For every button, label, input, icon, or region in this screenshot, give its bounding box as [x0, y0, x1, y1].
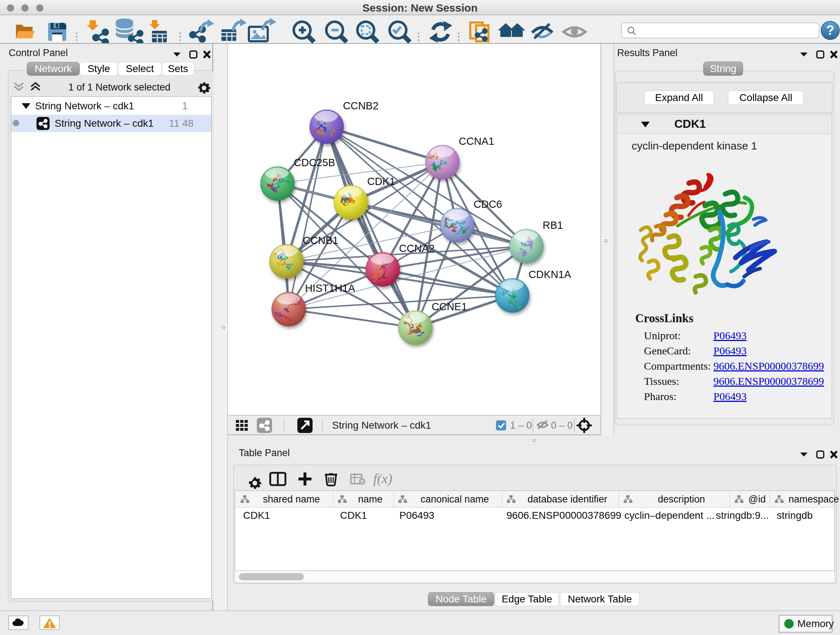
svg-text:CCNB1: CCNB1 — [303, 234, 338, 246]
svg-text:CDC25B: CDC25B — [294, 157, 335, 168]
svg-text:CCNA1: CCNA1 — [459, 135, 494, 147]
svg-text:RB1: RB1 — [543, 219, 563, 231]
svg-text:1 – 0: 1 – 0 — [510, 420, 532, 431]
svg-text:CDC6: CDC6 — [474, 198, 502, 210]
svg-text:CDK1: CDK1 — [367, 176, 395, 187]
svg-text:HIST1H1A: HIST1H1A — [305, 282, 355, 294]
svg-text:0 – 0: 0 – 0 — [551, 420, 573, 431]
svg-text:CDKN1A: CDKN1A — [529, 269, 571, 280]
svg-text:String Network – cdk1: String Network – cdk1 — [332, 420, 431, 431]
svg-text:CCNB2: CCNB2 — [343, 100, 378, 111]
svg-text:CCNE1: CCNE1 — [431, 301, 467, 312]
svg-text:f(x): f(x) — [373, 471, 393, 486]
svg-text:CCNA2: CCNA2 — [399, 242, 434, 254]
